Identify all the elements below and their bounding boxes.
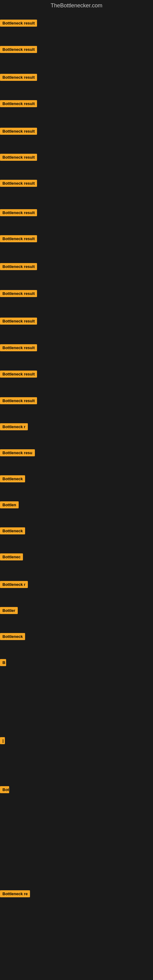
bottleneck-result-badge[interactable]: Bottleneck result xyxy=(0,290,37,297)
bottleneck-result-badge[interactable]: Bottleneck resu xyxy=(0,449,35,456)
bottleneck-result-badge[interactable]: Bottleneck r xyxy=(0,423,28,430)
list-item[interactable]: Bottleneck result xyxy=(0,397,37,406)
site-title: TheBottlenecker.com xyxy=(0,0,153,11)
bottleneck-result-badge[interactable]: Bottleneck result xyxy=(0,20,37,27)
bottleneck-result-badge[interactable]: Bottleneck result xyxy=(0,371,37,378)
bottleneck-result-badge[interactable]: Bottleneck result xyxy=(0,180,37,187)
list-item[interactable]: Bot xyxy=(0,786,9,794)
bottleneck-result-badge[interactable]: Bottleneck xyxy=(0,475,25,482)
list-item[interactable]: Bottleneck result xyxy=(0,180,37,188)
bottleneck-result-badge[interactable]: Bottleneck result xyxy=(0,74,37,81)
list-item[interactable]: Bottler xyxy=(0,607,18,615)
list-item[interactable]: B xyxy=(0,659,6,667)
bottleneck-result-badge[interactable]: B xyxy=(0,659,6,666)
list-item[interactable]: Bottleneck r xyxy=(0,423,28,431)
bottleneck-result-badge[interactable]: Bottlenec xyxy=(0,554,23,560)
list-item[interactable]: Bottleneck xyxy=(0,475,25,484)
bottleneck-result-badge[interactable]: Bottleneck result xyxy=(0,100,37,107)
list-item[interactable]: Bottleneck r xyxy=(0,581,28,589)
bottleneck-result-badge[interactable]: Bottleneck r xyxy=(0,581,28,588)
bottleneck-result-badge[interactable]: Bottleneck xyxy=(0,527,25,535)
list-item[interactable]: Bottleneck result xyxy=(0,74,37,82)
bottleneck-result-badge[interactable]: Bottleneck result xyxy=(0,46,37,53)
bottleneck-result-badge[interactable]: Bottleneck result xyxy=(0,154,37,161)
bottleneck-result-badge[interactable]: | xyxy=(0,737,5,744)
list-item[interactable]: Bottleneck resu xyxy=(0,449,35,458)
list-item[interactable]: Bottleneck xyxy=(0,633,25,641)
list-item[interactable]: Bottlen xyxy=(0,501,19,510)
bottleneck-result-badge[interactable]: Bottleneck result xyxy=(0,318,37,325)
list-item[interactable]: Bottleneck result xyxy=(0,209,37,218)
list-item[interactable]: Bottlenec xyxy=(0,554,23,562)
list-item[interactable]: Bottleneck result xyxy=(0,128,37,136)
list-item[interactable]: Bottleneck result xyxy=(0,318,37,326)
list-item[interactable]: Bottleneck result xyxy=(0,263,37,271)
list-item[interactable]: Bottleneck result xyxy=(0,371,37,379)
list-item[interactable]: Bottleneck result xyxy=(0,344,37,353)
list-item[interactable]: Bottleneck result xyxy=(0,290,37,298)
bottleneck-result-badge[interactable]: Bottlen xyxy=(0,501,19,508)
bottleneck-result-badge[interactable]: Bottleneck result xyxy=(0,235,37,242)
list-item[interactable]: Bottleneck result xyxy=(0,100,37,108)
list-item[interactable]: Bottleneck xyxy=(0,527,25,536)
list-item[interactable]: Bottleneck result xyxy=(0,235,37,243)
bottleneck-result-badge[interactable]: Bottleneck result xyxy=(0,128,37,135)
list-item[interactable]: Bottleneck result xyxy=(0,154,37,162)
bottleneck-result-badge[interactable]: Bottleneck result xyxy=(0,209,37,216)
list-item[interactable]: Bottleneck re xyxy=(0,890,30,899)
bottleneck-result-badge[interactable]: Bottleneck xyxy=(0,633,25,640)
bottleneck-result-badge[interactable]: Bottleneck re xyxy=(0,890,30,897)
list-item[interactable]: | xyxy=(0,737,5,745)
bottleneck-result-badge[interactable]: Bot xyxy=(0,786,9,793)
list-item[interactable]: Bottleneck result xyxy=(0,20,37,28)
bottleneck-result-badge[interactable]: Bottleneck result xyxy=(0,344,37,351)
list-item[interactable]: Bottleneck result xyxy=(0,46,37,54)
bottleneck-result-badge[interactable]: Bottleneck result xyxy=(0,263,37,270)
bottleneck-result-badge[interactable]: Bottler xyxy=(0,607,18,614)
bottleneck-result-badge[interactable]: Bottleneck result xyxy=(0,397,37,404)
